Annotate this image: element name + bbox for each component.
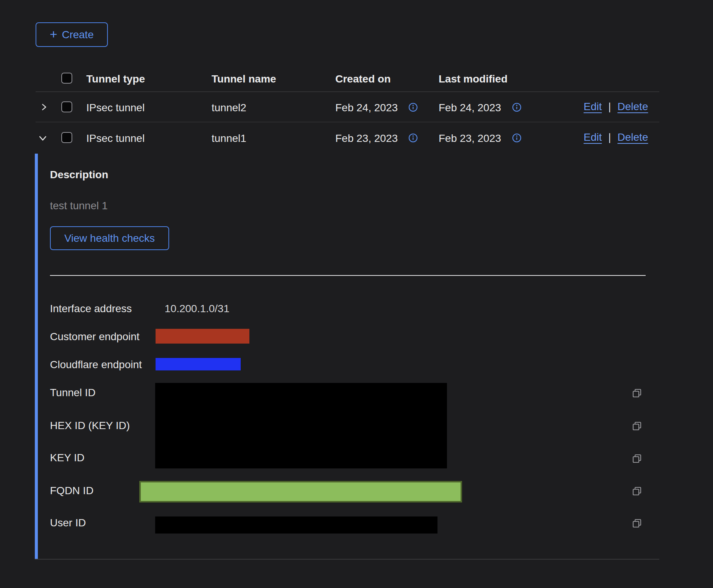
tunnel-name-cell: tunnel2 [212,102,246,114]
tunnel-name-cell: tunnel1 [212,132,246,145]
copy-icon[interactable] [631,518,643,529]
info-icon[interactable] [408,103,418,112]
info-icon[interactable] [512,103,522,112]
cloudflare-endpoint-redaction [156,358,241,370]
description-label: Description [50,169,108,181]
column-header-tunnel-name: Tunnel name [212,73,276,85]
customer-endpoint-redaction [156,329,249,344]
header-divider [36,92,659,92]
interface-address-value: 10.200.1.0/31 [165,303,229,315]
key-id-label: KEY ID [50,452,84,464]
user-id-label: User ID [50,517,86,529]
tunnel-type-cell: IPsec tunnel [86,132,145,145]
copy-icon[interactable] [631,420,643,432]
column-header-last-modified: Last modified [439,73,508,85]
created-on-cell: Feb 24, 2023 [335,102,398,114]
customer-endpoint-label: Customer endpoint [50,331,140,343]
copy-icon[interactable] [631,387,643,399]
expanded-panel-accent-border [35,154,38,559]
edit-link[interactable]: Edit [584,101,602,113]
info-icon[interactable] [512,133,522,143]
view-health-checks-label: View health checks [64,232,155,244]
column-header-tunnel-type: Tunnel type [86,73,145,85]
table-bottom-divider [35,559,659,560]
fqdn-id-label: FQDN ID [50,485,93,497]
tunnel-type-cell: IPsec tunnel [86,102,145,114]
row-checkbox[interactable] [61,132,72,143]
action-separator: | [608,101,611,113]
select-all-checkbox[interactable] [61,73,72,84]
description-value: test tunnel 1 [50,200,108,212]
section-divider [50,275,646,276]
copy-icon[interactable] [631,453,643,464]
plus-icon: + [50,28,58,40]
delete-link[interactable]: Delete [618,131,648,143]
last-modified-cell: Feb 23, 2023 [439,132,501,145]
info-icon[interactable] [408,133,418,143]
copy-icon[interactable] [631,485,643,497]
created-on-cell: Feb 23, 2023 [335,132,398,145]
interface-address-label: Interface address [50,303,132,315]
last-modified-cell: Feb 24, 2023 [439,102,501,114]
edit-link[interactable]: Edit [584,131,602,143]
hex-id-label: HEX ID (KEY ID) [50,420,130,432]
chevron-down-icon[interactable] [38,133,48,143]
row-divider [36,122,659,122]
ids-redaction-block [155,383,447,468]
cloudflare-endpoint-label: Cloudflare endpoint [50,359,142,371]
create-button[interactable]: + Create [36,22,108,47]
user-id-redaction [155,516,437,534]
column-header-created-on: Created on [335,73,391,85]
delete-link[interactable]: Delete [618,101,648,113]
tunnel-id-label: Tunnel ID [50,387,95,399]
ipsec-tunnels-page: + Create Tunnel type Tunnel name Created… [0,0,713,588]
fqdn-id-redaction [139,481,462,502]
view-health-checks-button[interactable]: View health checks [50,226,169,250]
create-button-label: Create [62,29,93,41]
row-checkbox[interactable] [61,101,72,112]
action-separator: | [608,131,611,143]
chevron-right-icon[interactable] [39,103,48,112]
